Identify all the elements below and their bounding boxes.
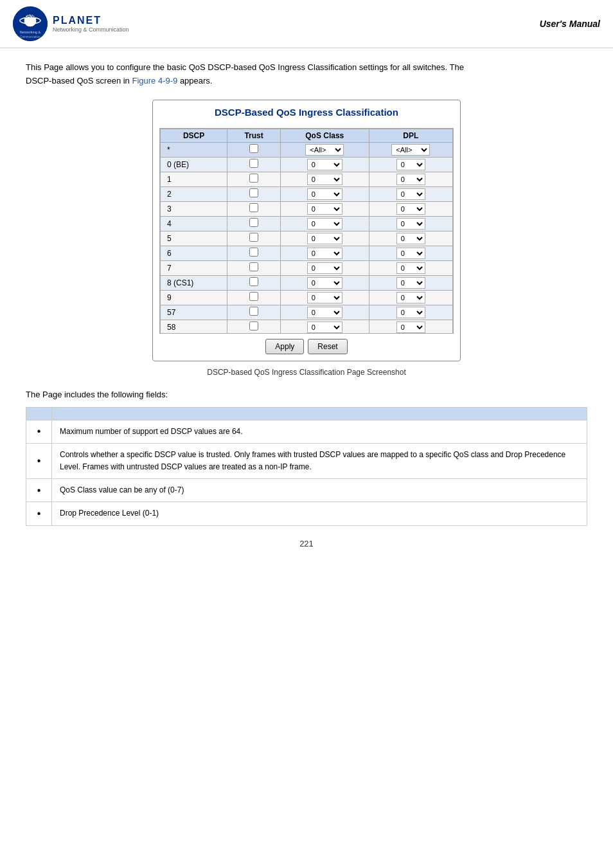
qos-class-cell[interactable]: 01234567 — [280, 305, 369, 320]
dscp-cell: 7 — [161, 260, 227, 275]
trust-checkbox[interactable] — [249, 174, 258, 183]
table-scroll-area[interactable]: DSCP Trust QoS Class DPL * <All> — [159, 128, 454, 334]
qos-class-cell[interactable]: 01234567 — [280, 216, 369, 231]
qos-class-cell[interactable]: 01234567 — [280, 275, 369, 290]
dscp-cell: 0 (BE) — [161, 157, 227, 172]
trust-cell[interactable] — [227, 231, 281, 246]
dpl-cell[interactable]: 01 — [369, 290, 452, 305]
dpl-select[interactable]: 01 — [396, 307, 425, 318]
trust-cell[interactable] — [227, 246, 281, 260]
qos-class-select[interactable]: 01234567 — [307, 188, 342, 200]
trust-cell[interactable] — [227, 275, 281, 290]
dpl-select[interactable]: 01 — [396, 159, 425, 170]
trust-checkbox[interactable] — [249, 262, 258, 271]
trust-checkbox[interactable] — [249, 248, 258, 257]
dpl-cell[interactable]: 01 — [369, 246, 452, 260]
dpl-cell[interactable]: 01 — [369, 320, 452, 334]
trust-cell[interactable] — [227, 260, 281, 275]
qos-class-cell[interactable]: 01234567 — [280, 320, 369, 334]
dpl-select[interactable]: 01 — [396, 248, 425, 259]
dpl-select[interactable]: 01 — [396, 321, 425, 333]
trust-cell[interactable] — [227, 186, 281, 201]
col-trust: Trust — [227, 129, 281, 142]
qos-class-select[interactable]: 01234567 — [307, 159, 342, 170]
fields-header-bullet-cell — [26, 407, 52, 420]
star-trust[interactable] — [227, 142, 281, 157]
trust-cell[interactable] — [227, 320, 281, 334]
figure-link[interactable]: Figure 4-9-9 — [132, 76, 177, 86]
trust-cell[interactable] — [227, 157, 281, 172]
star-row: * <All> 0123 4567 <All> — [161, 142, 453, 157]
qos-class-select[interactable]: 01234567 — [307, 292, 342, 303]
qos-class-select[interactable]: 01234567 — [307, 174, 342, 185]
qos-class-select[interactable]: 01234567 — [307, 262, 342, 274]
dscp-cell: 2 — [161, 186, 227, 201]
dscp-cell: 4 — [161, 216, 227, 231]
trust-checkbox[interactable] — [249, 188, 258, 197]
dpl-cell[interactable]: 01 — [369, 157, 452, 172]
dpl-select[interactable]: 01 — [396, 203, 425, 215]
dpl-select[interactable]: 01 — [396, 188, 425, 200]
dpl-cell[interactable]: 01 — [369, 231, 452, 246]
qos-class-select[interactable]: 01234567 — [307, 203, 342, 215]
desc-2: Controls whether a specific DSCP value i… — [52, 443, 587, 478]
trust-checkbox[interactable] — [249, 307, 258, 316]
table-row: 90123456701 — [161, 290, 453, 305]
dpl-cell[interactable]: 01 — [369, 216, 452, 231]
apply-button[interactable]: Apply — [265, 339, 304, 354]
trust-checkbox[interactable] — [249, 203, 258, 212]
qos-class-cell[interactable]: 01234567 — [280, 290, 369, 305]
fields-row-2: • Controls whether a specific DSCP value… — [26, 443, 587, 478]
table-row: 40123456701 — [161, 216, 453, 231]
dpl-select[interactable]: 01 — [396, 277, 425, 289]
dpl-select[interactable]: 01 — [396, 292, 425, 303]
trust-checkbox[interactable] — [249, 277, 258, 286]
logo-name: PLANET — [53, 15, 129, 26]
dpl-select[interactable]: 01 — [396, 262, 425, 274]
qos-class-select[interactable]: 01234567 — [307, 248, 342, 259]
star-dpl-select[interactable]: <All> 01 — [391, 144, 430, 156]
qos-class-cell[interactable]: 01234567 — [280, 231, 369, 246]
qos-class-select[interactable]: 01234567 — [307, 218, 342, 230]
qos-table: DSCP Trust QoS Class DPL * <All> — [160, 129, 453, 334]
trust-checkbox[interactable] — [249, 321, 258, 330]
qos-class-cell[interactable]: 01234567 — [280, 246, 369, 260]
qos-class-select[interactable]: 01234567 — [307, 307, 342, 318]
trust-checkbox[interactable] — [249, 233, 258, 242]
qos-class-cell[interactable]: 01234567 — [280, 186, 369, 201]
dpl-select[interactable]: 01 — [396, 174, 425, 185]
trust-cell[interactable] — [227, 305, 281, 320]
dpl-cell[interactable]: 01 — [369, 201, 452, 216]
trust-checkbox[interactable] — [249, 218, 258, 227]
star-trust-checkbox[interactable] — [249, 144, 258, 153]
qos-class-cell[interactable]: 01234567 — [280, 157, 369, 172]
trust-cell[interactable] — [227, 290, 281, 305]
dscp-cell: 58 — [161, 320, 227, 334]
dpl-select[interactable]: 01 — [396, 218, 425, 230]
qos-class-select[interactable]: 01234567 — [307, 321, 342, 333]
qos-class-cell[interactable]: 01234567 — [280, 201, 369, 216]
trust-cell[interactable] — [227, 172, 281, 186]
qos-class-select[interactable]: 01234567 — [307, 233, 342, 244]
trust-checkbox[interactable] — [249, 159, 258, 168]
star-qos-select[interactable]: <All> 0123 4567 — [305, 144, 344, 156]
qos-class-cell[interactable]: 01234567 — [280, 172, 369, 186]
qos-class-cell[interactable]: 01234567 — [280, 260, 369, 275]
dpl-cell[interactable]: 01 — [369, 260, 452, 275]
dpl-cell[interactable]: 01 — [369, 275, 452, 290]
dpl-cell[interactable]: 01 — [369, 172, 452, 186]
star-qos-class[interactable]: <All> 0123 4567 — [280, 142, 369, 157]
dpl-cell[interactable]: 01 — [369, 186, 452, 201]
dpl-cell[interactable]: 01 — [369, 305, 452, 320]
star-dpl[interactable]: <All> 01 — [369, 142, 452, 157]
trust-checkbox[interactable] — [249, 292, 258, 301]
table-caption: DSCP-based QoS Ingress Classification Pa… — [26, 368, 587, 377]
intro-text3: appears. — [177, 76, 212, 86]
dscp-cell: 8 (CS1) — [161, 275, 227, 290]
dpl-select[interactable]: 01 — [396, 233, 425, 244]
reset-button[interactable]: Reset — [308, 339, 347, 354]
logo-text: PLANET Networking & Communication — [53, 15, 129, 33]
qos-class-select[interactable]: 01234567 — [307, 277, 342, 289]
trust-cell[interactable] — [227, 216, 281, 231]
trust-cell[interactable] — [227, 201, 281, 216]
